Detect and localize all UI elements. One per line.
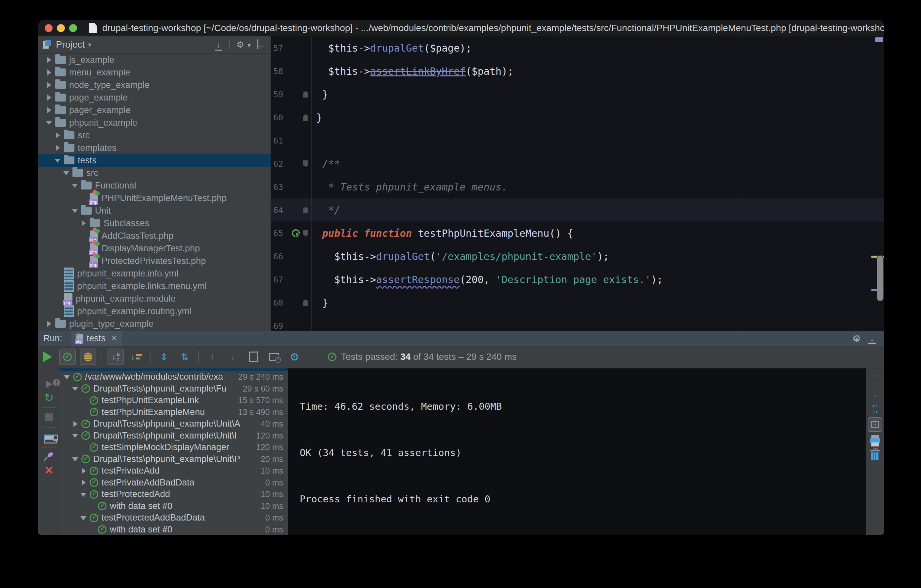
run-tab-tests[interactable]: tests ✕ bbox=[72, 331, 122, 346]
project-tree-item[interactable]: templates bbox=[38, 141, 271, 154]
pin-icon[interactable] bbox=[45, 450, 53, 464]
chevron-expanded-icon[interactable] bbox=[72, 455, 80, 463]
test-root-row-partial[interactable] bbox=[60, 369, 288, 371]
test-result-row[interactable]: Drupal\Tests\phpunit_example\Fu29 s 60 m… bbox=[60, 383, 288, 395]
test-history-button[interactable] bbox=[266, 349, 282, 365]
soft-wrap-icon[interactable]: ↩↪ bbox=[872, 401, 878, 417]
code-line[interactable]: 69 bbox=[271, 314, 884, 331]
run-test-gutter-icon[interactable] bbox=[291, 229, 300, 238]
console-layout-icon[interactable] bbox=[44, 430, 54, 444]
test-result-row[interactable]: testProtectedAdd10 ms bbox=[60, 489, 288, 500]
hide-tool-window-icon[interactable]: ↓ bbox=[867, 334, 877, 343]
console-output[interactable]: Time: 46.62 seconds, Memory: 6.00MBOK (3… bbox=[288, 369, 866, 535]
project-panel-title[interactable]: Project bbox=[56, 39, 85, 50]
collapse-all-icon[interactable]: ↓ bbox=[214, 40, 223, 50]
project-tree-item[interactable]: src bbox=[38, 129, 271, 141]
test-result-row[interactable]: testPhpUnitExampleMenu13 s 490 ms bbox=[60, 406, 288, 418]
scroll-up-icon[interactable]: ↑ bbox=[873, 369, 877, 385]
code-line[interactable]: 57 $this->drupalGet($page); bbox=[271, 36, 884, 60]
fold-end-marker-icon[interactable] bbox=[303, 299, 308, 306]
code-line[interactable]: 67 $this->assertResponse(200, 'Descripti… bbox=[271, 268, 884, 291]
project-tree-item[interactable]: page_example bbox=[38, 91, 271, 104]
project-tree-item[interactable]: Subclasses bbox=[38, 217, 271, 229]
fold-end-marker-icon[interactable] bbox=[303, 207, 308, 213]
sort-by-duration-button[interactable]: ↓ bbox=[128, 349, 145, 365]
gear-icon[interactable]: ⚙▾ bbox=[236, 40, 251, 50]
test-result-row[interactable]: with data set #00 ms bbox=[60, 524, 288, 535]
chevron-collapsed-icon[interactable] bbox=[45, 107, 53, 114]
project-tree-item[interactable]: phpunit_example bbox=[38, 116, 271, 129]
chevron-collapsed-icon[interactable] bbox=[54, 144, 61, 151]
code-line[interactable]: 60} bbox=[271, 106, 884, 129]
project-tree-item[interactable]: src bbox=[38, 167, 271, 179]
project-tree-item[interactable]: ProtectedPrivatesTest.php bbox=[38, 255, 271, 267]
chevron-expanded-icon[interactable] bbox=[63, 374, 71, 381]
stripe-annotation-mark[interactable] bbox=[875, 37, 883, 42]
code-line[interactable]: 62 /** bbox=[271, 152, 884, 175]
chevron-collapsed-icon[interactable] bbox=[45, 81, 53, 89]
project-tree-item[interactable]: js_example bbox=[38, 54, 271, 66]
next-failed-test-button[interactable]: ↓ bbox=[225, 349, 241, 365]
code-line[interactable]: 66 $this->drupalGet('/examples/phpunit-e… bbox=[271, 245, 884, 268]
test-result-row[interactable]: testPrivateAddBadData0 ms bbox=[60, 477, 288, 489]
code-line[interactable]: 61 bbox=[271, 129, 884, 152]
chevron-expanded-icon[interactable] bbox=[80, 514, 88, 521]
hide-panel-icon[interactable]: ← bbox=[257, 40, 266, 50]
rerun-icon[interactable]: ↻ bbox=[44, 391, 54, 404]
chevron-expanded-icon[interactable] bbox=[71, 182, 78, 189]
clear-console-icon[interactable] bbox=[871, 448, 879, 464]
project-tree-item[interactable]: tests bbox=[38, 154, 271, 167]
scroll-down-icon[interactable]: ↓ bbox=[873, 385, 877, 401]
code-editor[interactable]: 57 $this->drupalGet($page);58 $this->ass… bbox=[271, 36, 884, 331]
chevron-expanded-icon[interactable] bbox=[72, 432, 80, 439]
project-tree-item[interactable]: AddClassTest.php bbox=[38, 229, 271, 242]
fold-end-marker-icon[interactable] bbox=[303, 114, 308, 121]
expand-all-button[interactable]: ⇕ bbox=[156, 349, 172, 365]
rerun-tests-icon[interactable] bbox=[43, 351, 52, 362]
chevron-expanded-icon[interactable] bbox=[72, 385, 80, 392]
test-result-row[interactable]: Drupal\Tests\phpunit_example\Unit\P20 ms bbox=[60, 453, 288, 465]
minimize-window-button[interactable] bbox=[57, 24, 65, 32]
project-tree-item[interactable]: menu_example bbox=[38, 66, 271, 79]
fold-end-marker-icon[interactable] bbox=[303, 91, 308, 97]
chevron-collapsed-icon[interactable] bbox=[45, 320, 53, 327]
test-result-row[interactable]: testPrivateAdd10 ms bbox=[60, 465, 288, 477]
chevron-collapsed-icon[interactable] bbox=[80, 479, 88, 486]
test-result-row[interactable]: testProtectedAddBadData0 ms bbox=[60, 512, 288, 524]
print-icon[interactable] bbox=[870, 432, 880, 448]
project-tree-item[interactable]: phpunit_example.module bbox=[38, 292, 271, 305]
chevron-down-icon[interactable]: ▾ bbox=[88, 41, 91, 49]
chevron-collapsed-icon[interactable] bbox=[45, 69, 53, 76]
close-window-button[interactable] bbox=[45, 24, 53, 32]
project-tree-item[interactable]: pager_example bbox=[38, 104, 271, 116]
chevron-collapsed-icon[interactable] bbox=[45, 94, 53, 101]
import-test-results-button[interactable] bbox=[245, 349, 262, 365]
run-settings-gear-icon[interactable]: ⚙▾ bbox=[852, 333, 858, 344]
test-result-row[interactable]: testPhpUnitExampleLink15 s 570 ms bbox=[60, 395, 288, 406]
chevron-collapsed-icon[interactable] bbox=[45, 56, 53, 63]
stop-icon[interactable] bbox=[45, 411, 53, 424]
project-tree-item[interactable]: phpunit_example.routing.yml bbox=[38, 305, 271, 317]
code-line[interactable]: 58 $this->assertLinkByHref($path); bbox=[271, 60, 884, 83]
project-tree-item[interactable]: Unit bbox=[38, 205, 271, 217]
fold-start-marker-icon[interactable] bbox=[303, 161, 308, 167]
chevron-expanded-icon[interactable] bbox=[80, 491, 88, 498]
test-options-button[interactable]: ⚙ bbox=[286, 349, 303, 365]
project-tree-item[interactable]: phpunit_example.info.yml bbox=[38, 267, 271, 280]
project-tree-item[interactable]: plugin_type_example bbox=[38, 317, 271, 330]
fold-start-marker-icon[interactable] bbox=[303, 230, 308, 236]
project-tree-item[interactable]: node_type_example bbox=[38, 79, 271, 91]
chevron-expanded-icon[interactable] bbox=[54, 157, 61, 164]
editor-scrollbar[interactable] bbox=[877, 255, 884, 301]
code-line[interactable]: 65 public function testPhpUnitExampleMen… bbox=[271, 222, 884, 245]
code-line[interactable]: 63 * Tests phpunit_example menus. bbox=[271, 175, 884, 198]
code-line[interactable]: 64 */ bbox=[271, 198, 884, 222]
previous-failed-test-button[interactable]: ↑ bbox=[204, 349, 221, 365]
chevron-expanded-icon[interactable] bbox=[71, 207, 78, 214]
project-tree-item[interactable]: phpunit_example.links.menu.yml bbox=[38, 280, 271, 292]
code-line[interactable]: 68 } bbox=[271, 291, 884, 314]
project-tree-item[interactable]: PHPUnitExampleMenuTest.php bbox=[38, 192, 271, 205]
chevron-collapsed-icon[interactable] bbox=[80, 467, 88, 474]
test-result-row[interactable]: Drupal\Tests\phpunit_example\Unit\A40 ms bbox=[60, 418, 288, 430]
rerun-failed-tests-icon[interactable] bbox=[46, 378, 52, 391]
